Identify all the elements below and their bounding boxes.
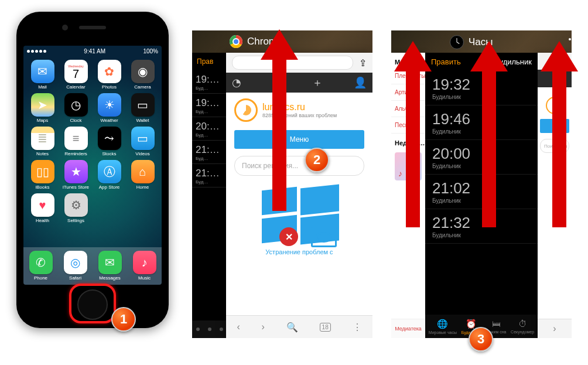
app-reminders[interactable]: ≡Reminders <box>60 127 91 156</box>
menu-button[interactable]: Меню <box>234 130 364 149</box>
app-wallet[interactable]: ▭Wallet <box>127 93 158 123</box>
speed-icon[interactable]: ◔ <box>232 76 241 89</box>
user-icon[interactable]: 👤 <box>354 76 367 89</box>
music-tab-label[interactable]: Медиатека <box>391 319 425 338</box>
app-photos[interactable]: ✿Photos <box>94 60 125 90</box>
speaker-grille <box>79 26 106 29</box>
search-icon[interactable]: 🔍 <box>286 322 298 333</box>
app-settings[interactable]: ⚙Settings <box>60 193 91 223</box>
app-home[interactable]: ⌂Home <box>127 160 158 190</box>
app-calendar[interactable]: Wednesday7Calendar <box>60 60 91 90</box>
tabs-count[interactable]: 18 <box>320 323 331 332</box>
app-notes[interactable]: ≣Notes <box>27 127 58 156</box>
step-badge-2: 2 <box>305 148 329 172</box>
chrome-bottom-bar: ‹ › 🔍 18 ⋮ <box>226 315 372 338</box>
clock-edit-label[interactable]: Прав <box>197 57 213 66</box>
clock-icon <box>450 35 464 49</box>
clock-card-peek[interactable]: Прав 19:…Буд…19:…Буд…20:…Буд…21:…Буд…21:… <box>192 53 227 338</box>
app-ibooks[interactable]: ▯▯iBooks <box>27 160 58 190</box>
dock-app-messages[interactable]: ✉Messages <box>98 251 122 281</box>
alarm-row[interactable]: 20:…Буд… <box>192 117 227 141</box>
status-time: 9:41 AM <box>84 48 105 54</box>
dock: ✆Phone◎Safari✉Messages♪Music <box>23 247 162 285</box>
back-icon[interactable]: ‹ <box>237 322 240 332</box>
alarm-row[interactable]: 21:…Буд… <box>192 164 227 187</box>
error-icon: ✕ <box>279 227 298 246</box>
home-screen: 9:41 AM 100% ✉MailWednesday7Calendar✿Pho… <box>23 46 162 285</box>
chrome-card[interactable]: ⇪ ◔ ✎ ＋ 👤 lumpics.ru 8285 решений ваших … <box>226 53 372 338</box>
chrome-url-bar: ⇪ <box>226 53 372 73</box>
app-clock[interactable]: ◷Clock <box>60 93 91 123</box>
chrome-toolbar: ◔ ✎ ＋ 👤 <box>226 73 372 93</box>
site-header: lumpics.ru 8285 решений ваших проблем <box>226 93 372 128</box>
app-weather[interactable]: ☀Weather <box>94 93 125 123</box>
iphone-frame: 9:41 AM 100% ✉MailWednesday7Calendar✿Pho… <box>16 12 169 328</box>
status-battery: 100% <box>143 48 158 54</box>
front-camera <box>62 25 68 30</box>
article-caption: Устранение проблем с <box>226 248 372 255</box>
clock-tabbar-peek <box>192 320 227 338</box>
alarm-row[interactable]: 19:…Буд… <box>192 94 227 117</box>
step-badge-3: 3 <box>469 327 493 352</box>
dock-app-phone[interactable]: ✆Phone <box>29 251 53 281</box>
chrome-bottom-bar-peek: › <box>538 319 572 338</box>
app-health[interactable]: ♥Health <box>27 193 58 223</box>
swipe-up-arrow <box>403 41 423 227</box>
swipe-up-arrow <box>479 41 499 227</box>
share-icon[interactable]: ⇪ <box>359 57 367 69</box>
plus-icon[interactable]: ＋ <box>312 76 323 90</box>
clock-tab-Мировые часы[interactable]: 🌐Мировые часы <box>429 319 457 335</box>
app-camera[interactable]: ◉Camera <box>127 60 158 90</box>
site-search-input[interactable]: Поиск решения... <box>234 156 364 176</box>
swipe-up-arrow <box>269 29 289 211</box>
chrome-icon <box>230 35 242 48</box>
menu-icon[interactable]: ⋮ <box>353 322 362 333</box>
dock-app-music[interactable]: ♪Music <box>133 251 156 281</box>
step-badge-1: 1 <box>111 307 136 332</box>
clock-tab-Секундомер[interactable]: ⏱Секундомер <box>511 319 534 334</box>
app-stocks[interactable]: ⤳Stocks <box>94 127 125 156</box>
forward-icon[interactable]: › <box>262 322 265 332</box>
dock-app-safari[interactable]: ◎Safari <box>64 251 87 281</box>
swipe-up-arrow <box>549 41 569 227</box>
app-maps[interactable]: ➤Maps <box>27 93 58 123</box>
signal-icon <box>27 50 46 53</box>
app-itunes-store[interactable]: ★iTunes Store <box>60 160 91 190</box>
alarm-row[interactable]: 19:…Буд… <box>192 70 227 94</box>
home-button[interactable] <box>77 289 108 320</box>
app-app-store[interactable]: ⒶApp Store <box>94 160 125 190</box>
app-grid: ✉MailWednesday7Calendar✿Photos◉Camera➤Ma… <box>23 56 162 223</box>
app-videos[interactable]: ▭Videos <box>127 127 158 156</box>
monitor-eye-icon <box>311 227 337 247</box>
alarm-row[interactable]: 21:…Буд… <box>192 141 227 164</box>
status-bar: 9:41 AM 100% <box>23 46 162 56</box>
app-mail[interactable]: ✉Mail <box>27 60 58 90</box>
site-logo-icon <box>234 98 258 122</box>
